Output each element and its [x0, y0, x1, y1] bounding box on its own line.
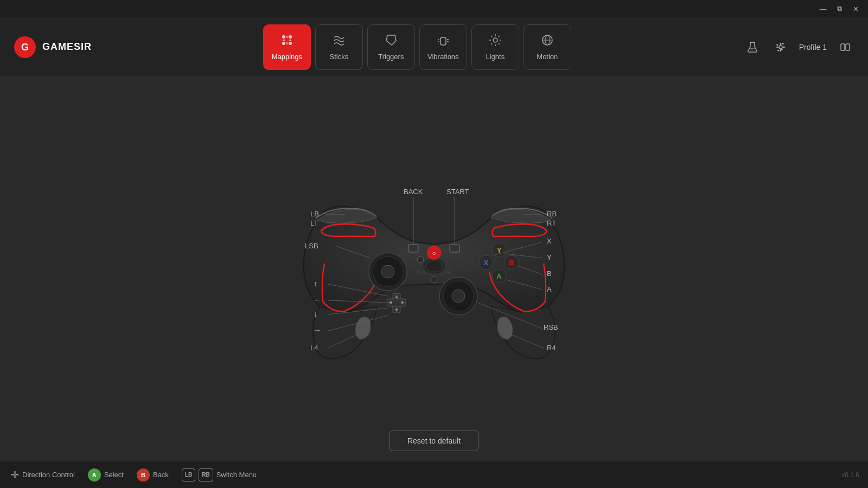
svg-text:○: ○ [432, 249, 436, 257]
svg-text:B: B [509, 259, 514, 267]
svg-line-17 [499, 43, 500, 44]
profile-switch-button[interactable] [835, 37, 855, 57]
svg-point-31 [381, 265, 394, 278]
svg-point-25 [751, 49, 752, 50]
version-text: v0.1.6 [841, 471, 859, 479]
svg-text:↑: ↑ [314, 279, 317, 288]
tab-vibrations[interactable]: Vibrations [419, 24, 467, 70]
svg-rect-28 [846, 44, 850, 50]
reset-to-default-button[interactable]: Reset to default [390, 431, 478, 451]
main-content: GAMESIR ○ Y X B A [0, 77, 868, 461]
dpad-icon: ✛ [11, 469, 19, 481]
svg-line-18 [499, 36, 500, 37]
tab-sticks-label: Sticks [329, 53, 348, 61]
direction-control-item: ✛ Direction Control [11, 469, 75, 481]
svg-text:L4: L4 [310, 344, 318, 352]
svg-point-2 [282, 35, 285, 38]
lights-icon [488, 33, 502, 49]
svg-text:B: B [547, 269, 552, 278]
triggers-icon [384, 33, 398, 49]
select-label: Select [104, 471, 124, 479]
svg-text:RSB: RSB [544, 323, 558, 331]
tab-mappings[interactable]: Mappings [263, 24, 311, 70]
svg-text:↓: ↓ [314, 310, 317, 318]
svg-text:G: G [21, 42, 29, 53]
nav-tabs: Mappings Sticks Triggers [113, 24, 721, 70]
svg-text:R4: R4 [547, 344, 556, 352]
tab-mappings-label: Mappings [272, 53, 302, 61]
restore-button[interactable]: ⧉ [831, 3, 847, 15]
svg-point-3 [289, 35, 292, 38]
controller-diagram: GAMESIR ○ Y X B A [293, 166, 575, 372]
svg-text:BACK: BACK [404, 188, 423, 196]
svg-text:RT: RT [547, 219, 556, 227]
science-icon-button[interactable] [743, 37, 762, 57]
svg-rect-41 [409, 245, 418, 252]
profile-label: Profile 1 [799, 43, 827, 52]
select-item: A Select [88, 468, 124, 481]
svg-text:X: X [547, 237, 552, 245]
vibrations-icon [436, 33, 450, 49]
svg-line-19 [491, 43, 492, 44]
settings-icon-button[interactable] [771, 37, 790, 57]
svg-rect-10 [441, 37, 446, 45]
svg-point-5 [289, 42, 292, 45]
svg-text:LB: LB [310, 210, 319, 218]
svg-rect-9 [286, 42, 288, 44]
bottom-bar: ✛ Direction Control A Select B Back LB R… [0, 461, 868, 488]
tab-vibrations-label: Vibrations [427, 53, 459, 61]
svg-text:X: X [484, 259, 489, 267]
tab-sticks[interactable]: Sticks [315, 24, 363, 70]
svg-text:A: A [547, 285, 552, 293]
badge-rb-icon: RB [199, 468, 213, 481]
tab-triggers[interactable]: Triggers [367, 24, 415, 70]
svg-rect-42 [450, 245, 459, 252]
close-button[interactable]: ✕ [847, 3, 864, 15]
sticks-icon [332, 33, 346, 49]
svg-point-45 [426, 261, 442, 272]
back-label: Back [153, 471, 169, 479]
back-item: B Back [137, 468, 169, 481]
logo-icon: G [13, 35, 37, 59]
tab-lights[interactable]: Lights [471, 24, 519, 70]
svg-rect-7 [289, 40, 291, 41]
direction-control-label: Direction Control [22, 471, 75, 479]
svg-text:START: START [446, 188, 469, 196]
svg-text:LSB: LSB [305, 242, 318, 250]
svg-point-4 [282, 42, 285, 45]
svg-point-57 [431, 277, 437, 283]
svg-point-11 [493, 38, 497, 42]
svg-rect-8 [286, 36, 288, 38]
svg-point-34 [452, 290, 465, 303]
svg-point-56 [417, 256, 424, 263]
svg-text:Y: Y [547, 253, 552, 261]
mappings-icon [280, 33, 294, 49]
app-logo: G GAMESIR [13, 35, 92, 59]
tab-motion[interactable]: Motion [524, 24, 571, 70]
controller-svg: GAMESIR ○ Y X B A [293, 166, 575, 367]
logo-text: GAMESIR [42, 41, 92, 53]
switch-menu-label: Switch Menu [216, 471, 257, 479]
badge-lb-icon: LB [182, 468, 195, 481]
tab-lights-label: Lights [486, 53, 505, 61]
svg-text:LT: LT [310, 219, 318, 227]
minimize-button[interactable]: — [815, 3, 831, 15]
svg-text:→: → [314, 326, 321, 335]
svg-text:A: A [496, 272, 502, 280]
svg-rect-6 [283, 40, 285, 41]
svg-text:RB: RB [547, 210, 557, 218]
svg-point-26 [779, 46, 782, 49]
tab-triggers-label: Triggers [378, 53, 404, 61]
header: G GAMESIR Mappings [0, 17, 868, 77]
svg-rect-27 [841, 44, 845, 50]
svg-line-16 [491, 36, 492, 37]
badge-b-icon: B [137, 468, 150, 481]
svg-text:←: ← [314, 296, 321, 304]
header-right: Profile 1 [743, 37, 855, 57]
switch-menu-item: LB RB Switch Menu [182, 468, 257, 481]
motion-icon [540, 33, 554, 49]
tab-motion-label: Motion [537, 53, 558, 61]
title-bar: — ⧉ ✕ [0, 0, 868, 17]
badge-a-icon: A [88, 468, 101, 481]
